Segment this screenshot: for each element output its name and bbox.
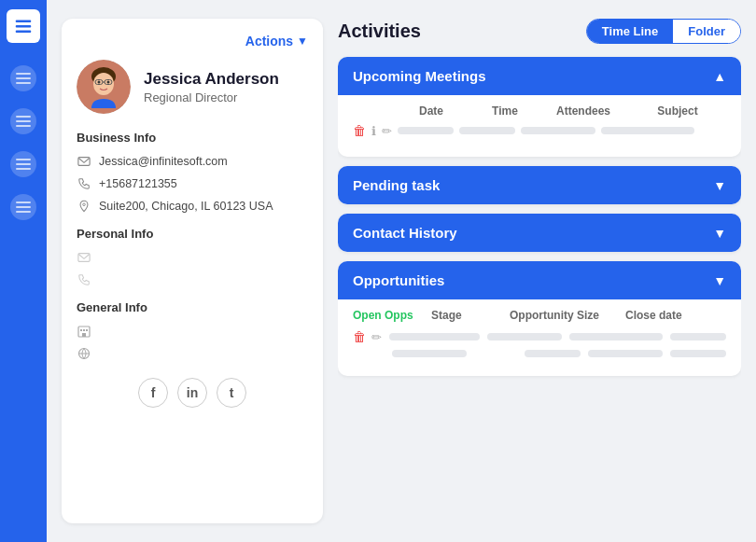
globe-icon: [77, 346, 91, 361]
skeleton-time: [459, 127, 515, 134]
upcoming-meetings-table: Date Time Attendees Subject 🗑 ℹ ✏: [338, 95, 741, 157]
facebook-icon-label: f: [151, 385, 156, 400]
sidebar-item-3[interactable]: [10, 151, 36, 177]
info-icon[interactable]: ℹ: [371, 124, 376, 138]
tab-folder[interactable]: Folder: [673, 20, 740, 43]
upcoming-meetings-section: Upcoming Meetings ▲ Date Time Attendees …: [338, 57, 741, 157]
personal-info-title: Personal Info: [77, 227, 308, 241]
pending-task-title: Pending task: [353, 177, 440, 193]
actions-button[interactable]: Actions ▼: [245, 34, 308, 49]
general-info-title: General Info: [77, 300, 308, 314]
col-date: Date: [394, 104, 469, 118]
opps-edit-icon[interactable]: ✏: [371, 330, 382, 344]
email-row: Jessica@infinitesoft.com: [77, 154, 308, 169]
skeleton-subject: [601, 127, 694, 134]
upcoming-meetings-header[interactable]: Upcoming Meetings ▲: [338, 57, 741, 95]
sidebar-nav: [10, 65, 36, 220]
address-value: Suite200, Chicago, IL 60123 USA: [99, 200, 273, 213]
opps-delete-icon[interactable]: 🗑: [353, 329, 366, 344]
personal-email-row: [77, 250, 308, 265]
svg-point-7: [107, 81, 110, 84]
svg-rect-15: [80, 329, 82, 331]
opportunities-table: Open Opps Stage Opportunity Size Close d…: [338, 299, 741, 376]
phone-icon: [77, 176, 91, 191]
sidebar-item-2[interactable]: [10, 108, 36, 134]
skeleton-date: [398, 127, 454, 134]
location-icon: [77, 199, 91, 214]
opportunities-section: Opportunities ▼ Open Opps Stage Opportun…: [338, 261, 741, 376]
opps-skeleton-5: [392, 350, 467, 357]
edit-icon[interactable]: ✏: [382, 124, 392, 138]
col-close-date: Close date: [625, 309, 726, 322]
delete-icon[interactable]: 🗑: [353, 123, 366, 138]
opps-skeleton-2: [487, 333, 562, 340]
contact-title: Regional Director: [144, 90, 279, 104]
opportunities-title: Opportunities: [353, 272, 444, 288]
contact-profile: Jessica Anderson Regional Director: [77, 60, 308, 114]
card-header: Actions ▼: [77, 34, 308, 49]
row-actions: 🗑 ℹ ✏: [353, 123, 392, 138]
svg-rect-2: [16, 31, 32, 33]
activities-header: Activities Time Line Folder: [338, 19, 741, 44]
social-bar: f in t: [77, 378, 308, 408]
opps-row-2: [353, 350, 726, 357]
twitter-icon-label: t: [230, 385, 234, 400]
col-opp-size: Opportunity Size: [510, 309, 622, 322]
contact-history-chevron-icon: ▼: [713, 226, 726, 241]
building-icon: [77, 324, 91, 339]
pending-task-section: Pending task ▼: [338, 166, 741, 204]
opps-skeleton-7: [588, 350, 663, 357]
svg-rect-17: [86, 329, 88, 331]
opps-skeleton-3: [569, 333, 663, 340]
svg-rect-18: [82, 333, 86, 337]
general-info-row-2: [77, 346, 308, 361]
svg-rect-13: [78, 254, 90, 262]
pending-task-header[interactable]: Pending task ▼: [338, 166, 741, 204]
opportunities-header[interactable]: Opportunities ▼: [338, 261, 741, 299]
personal-phone-row: [77, 272, 308, 287]
col-stage: Stage: [431, 309, 506, 322]
contact-info: Jessica Anderson Regional Director: [144, 70, 279, 104]
opps-row-1: 🗑 ✏: [353, 329, 726, 344]
opps-skeleton-8: [670, 350, 726, 357]
contact-name: Jessica Anderson: [144, 70, 279, 89]
contact-history-section: Contact History ▼: [338, 214, 741, 252]
address-row: Suite200, Chicago, IL 60123 USA: [77, 199, 308, 214]
skeleton-attendees: [521, 127, 595, 134]
facebook-button[interactable]: f: [138, 378, 168, 408]
sidebar-logo[interactable]: [7, 9, 40, 43]
upcoming-meetings-title: Upcoming Meetings: [353, 68, 486, 84]
personal-phone-icon: [77, 272, 91, 287]
sidebar-item-1[interactable]: [10, 65, 36, 91]
avatar: [77, 60, 131, 114]
twitter-button[interactable]: t: [217, 378, 246, 408]
svg-point-12: [83, 203, 86, 206]
col-attendees: Attendees: [541, 104, 625, 118]
contact-history-header[interactable]: Contact History ▼: [338, 214, 741, 252]
opps-skeleton-4: [670, 333, 726, 340]
svg-point-6: [98, 81, 101, 84]
linkedin-button[interactable]: in: [177, 378, 207, 408]
upcoming-meetings-chevron-icon: ▲: [713, 69, 726, 84]
sidebar: [0, 0, 47, 542]
linkedin-icon-label: in: [187, 385, 198, 400]
tab-timeline[interactable]: Time Line: [587, 20, 673, 43]
table-row: 🗑 ℹ ✏: [353, 123, 726, 138]
general-info-row-1: [77, 324, 308, 339]
actions-chevron-icon: ▼: [297, 35, 308, 48]
email-value: Jessica@infinitesoft.com: [99, 155, 228, 168]
col-empty: [353, 104, 390, 118]
sidebar-item-4[interactable]: [10, 194, 36, 220]
tab-group: Time Line Folder: [586, 19, 741, 44]
opps-skeleton-1: [389, 333, 480, 340]
actions-label: Actions: [245, 34, 293, 49]
contact-history-title: Contact History: [353, 225, 457, 241]
col-time: Time: [472, 104, 538, 118]
svg-rect-11: [78, 158, 90, 166]
phone-value: +15687121355: [99, 177, 177, 190]
col-open-opps: Open Opps: [353, 309, 427, 322]
personal-email-icon: [77, 250, 91, 265]
business-info-title: Business Info: [77, 131, 308, 145]
svg-rect-1: [16, 25, 32, 27]
email-icon: [77, 154, 91, 169]
